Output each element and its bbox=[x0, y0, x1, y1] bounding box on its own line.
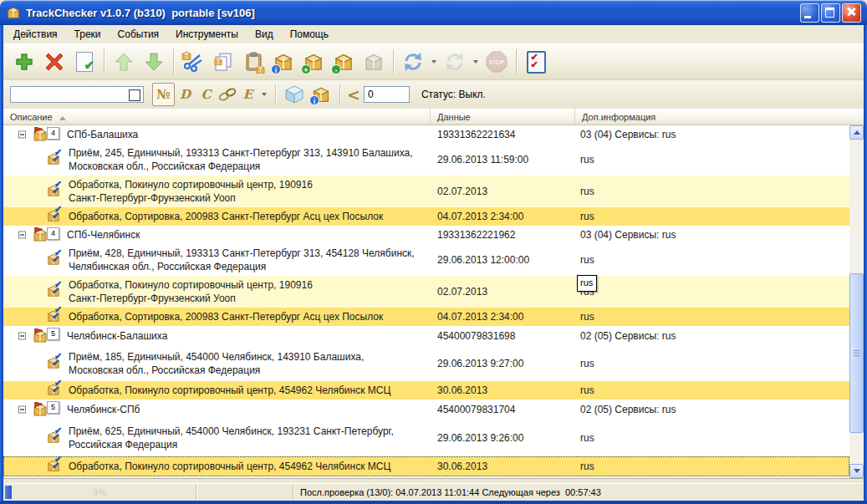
menu-tracks[interactable]: Треки bbox=[66, 25, 110, 43]
move-down-button[interactable] bbox=[139, 47, 169, 77]
track-row[interactable]: 4 СПб-Челябинск 19331362221962 03 (04) С… bbox=[3, 226, 849, 244]
event-count-badge: 4 bbox=[47, 227, 59, 240]
menu-help[interactable]: Помощь bbox=[282, 25, 337, 43]
window-border-bottom bbox=[0, 501, 867, 504]
checklist-icon bbox=[527, 51, 546, 74]
last-check-label: Посл.проверка (13/0): 04.07.2013 11:01:4… bbox=[293, 484, 864, 501]
move-up-button[interactable] bbox=[109, 47, 139, 77]
track-extra: 03 (04) Сервисы: rus bbox=[575, 125, 849, 144]
plus-badge-icon bbox=[301, 64, 311, 74]
progress-panel: 3% bbox=[3, 484, 196, 501]
refresh-button[interactable] bbox=[398, 47, 428, 77]
title-bar[interactable]: TrackChecker v1.0.7 (b310) portable [sv1… bbox=[0, 0, 867, 25]
packages-button[interactable] bbox=[359, 47, 389, 77]
event-package-icon bbox=[46, 152, 63, 167]
event-description: Приём, 245, Единичный, 193313 Санкт-Пете… bbox=[69, 146, 413, 173]
delete-track-button[interactable] bbox=[39, 47, 69, 77]
scrollbar-thumb[interactable] bbox=[849, 273, 864, 433]
package-flag-icon bbox=[32, 402, 48, 417]
menu-tools[interactable]: Инструменты bbox=[167, 25, 247, 43]
remove-package-button[interactable] bbox=[329, 47, 359, 77]
track-extra: 02 (05) Сервисы: rus bbox=[575, 326, 849, 346]
event-date: 30.06.2013 bbox=[431, 456, 575, 476]
event-count-badge: 4 bbox=[47, 127, 59, 140]
refresh-dropdown-icon[interactable] bbox=[431, 60, 436, 64]
sort-asc-icon bbox=[59, 116, 66, 120]
filter-d-button[interactable]: D bbox=[175, 84, 196, 105]
event-package-icon bbox=[46, 252, 63, 267]
event-row[interactable]: Обработка, Сортировка, 200983 Санкт-Пете… bbox=[3, 207, 849, 226]
copy-button[interactable] bbox=[208, 47, 238, 77]
toolbar-separator bbox=[393, 49, 394, 74]
scroll-down-button[interactable] bbox=[849, 464, 864, 478]
package-info-button[interactable] bbox=[308, 82, 334, 107]
less-than-icon: < bbox=[347, 85, 360, 104]
menu-view[interactable]: Вид bbox=[247, 25, 282, 43]
event-extra: rus bbox=[575, 176, 849, 207]
event-date: 04.07.2013 2:34:00 bbox=[431, 308, 575, 326]
cut-button[interactable] bbox=[178, 47, 208, 77]
event-row[interactable]: Приём, 625, Единичный, 454000 Челябинск,… bbox=[3, 420, 849, 456]
event-row[interactable]: Обработка, Покинуло сортировочный центр,… bbox=[3, 381, 849, 400]
stop-button[interactable] bbox=[482, 47, 512, 77]
event-package-icon bbox=[46, 356, 63, 371]
track-info-button[interactable] bbox=[268, 47, 298, 77]
column-header-description[interactable]: Описание bbox=[3, 109, 431, 125]
add-package-button[interactable] bbox=[298, 47, 329, 77]
add-track-button[interactable] bbox=[9, 47, 39, 77]
track-row[interactable]: 4 СПб-Балашиха 19331362221634 03 (04) Се… bbox=[3, 125, 849, 144]
collapse-icon[interactable] bbox=[18, 406, 26, 414]
events-log-button[interactable] bbox=[521, 47, 551, 77]
track-number: 45400079831698 bbox=[431, 326, 575, 346]
thumb-grip-icon bbox=[854, 350, 859, 357]
event-description: Обработка, Сортировка, 200983 Санкт-Пете… bbox=[69, 310, 383, 323]
minus-badge-icon bbox=[331, 64, 341, 74]
package-flag-icon bbox=[32, 227, 48, 242]
check-track-button[interactable] bbox=[69, 47, 99, 77]
event-date: 29.06.2013 9:27:00 bbox=[431, 346, 575, 381]
track-row[interactable]: 5 Челябинск-СПб 45400079831704 02 (05) С… bbox=[3, 400, 849, 420]
scroll-up-button[interactable] bbox=[849, 125, 864, 140]
collapse-icon[interactable] bbox=[18, 333, 26, 340]
menu-actions[interactable]: Действия bbox=[5, 25, 66, 43]
refresh-all-button[interactable] bbox=[440, 47, 470, 77]
main-toolbar bbox=[3, 43, 864, 79]
collapse-icon[interactable] bbox=[18, 131, 26, 139]
event-row[interactable]: Приём, 428, Единичный, 193313 Санкт-Пете… bbox=[3, 244, 849, 276]
search-input[interactable] bbox=[10, 86, 144, 103]
event-description: Приём, 428, Единичный, 193313 Санкт-Пете… bbox=[69, 247, 415, 273]
maximize-button[interactable] bbox=[821, 3, 840, 23]
track-row[interactable]: 5 Челябинск-Балашиха 45400079831698 02 (… bbox=[3, 326, 849, 346]
track-extra: 03 (04) Сервисы: rus bbox=[575, 226, 849, 244]
event-row[interactable]: Обработка, Покинуло сортировочный центр,… bbox=[3, 276, 849, 308]
event-row[interactable]: Обработка, Сортировка, 200983 Санкт-Пете… bbox=[3, 308, 849, 326]
track-number: 19331362221962 bbox=[431, 226, 575, 244]
collapse-icon[interactable] bbox=[18, 232, 26, 239]
event-extra: rus bbox=[575, 346, 849, 381]
event-row[interactable]: Приём, 185, Единичный, 454000 Челябинск,… bbox=[3, 346, 849, 381]
event-row[interactable]: Обработка, Покинуло сортировочный центр,… bbox=[3, 176, 849, 207]
column-header-extra[interactable]: Доп.информация bbox=[575, 109, 864, 125]
minimize-button[interactable] bbox=[800, 3, 819, 23]
search-option-button[interactable] bbox=[129, 89, 140, 101]
menu-events[interactable]: События bbox=[110, 25, 168, 43]
menu-bar: Действия Треки События Инструменты Вид П… bbox=[3, 25, 864, 43]
filter-c-button[interactable]: C bbox=[196, 84, 217, 105]
refresh-all-dropdown-icon[interactable] bbox=[473, 60, 478, 64]
close-button[interactable] bbox=[842, 3, 861, 23]
status-bar: 3% Посл.проверка (13/0): 04.07.2013 11:0… bbox=[3, 483, 864, 501]
event-row[interactable]: Приём, 245, Единичный, 193313 Санкт-Пете… bbox=[3, 144, 849, 176]
event-package-icon bbox=[46, 383, 63, 398]
filter-number-button[interactable]: № bbox=[152, 83, 175, 106]
event-row[interactable]: Обработка, Покинуло сортировочный центр,… bbox=[3, 456, 849, 476]
archive-cube-button[interactable] bbox=[281, 82, 308, 107]
column-header-data[interactable]: Данные bbox=[431, 109, 575, 125]
event-extra: rus bbox=[575, 308, 849, 326]
vertical-scrollbar[interactable] bbox=[849, 125, 864, 478]
filter-e-button[interactable]: E bbox=[237, 84, 258, 105]
filter-link-button[interactable] bbox=[217, 84, 237, 105]
filter-dropdown-icon[interactable] bbox=[262, 93, 267, 96]
days-input[interactable] bbox=[364, 86, 410, 103]
paste-button[interactable] bbox=[238, 47, 268, 77]
event-extra: rus bbox=[575, 144, 849, 176]
